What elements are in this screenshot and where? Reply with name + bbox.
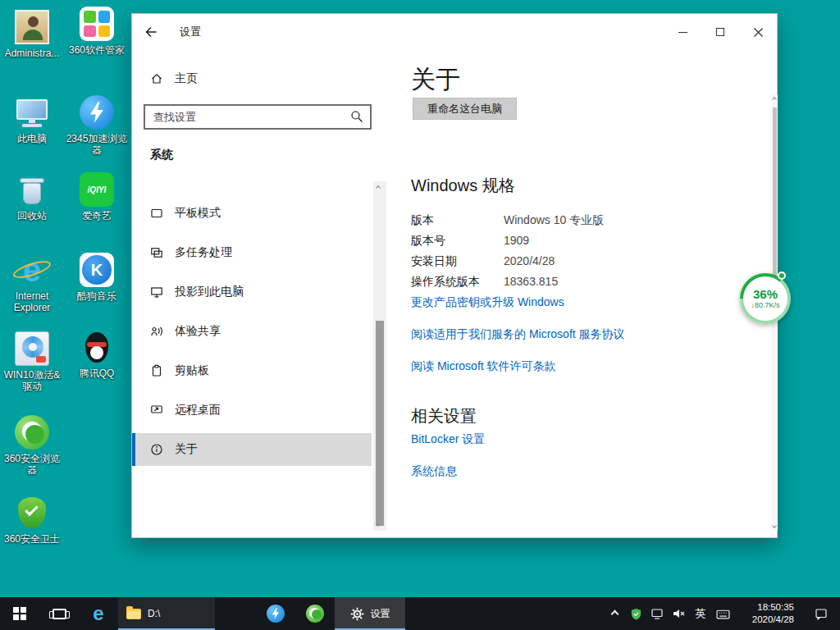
taskbar-settings-button[interactable]: 设置 (335, 597, 405, 630)
kugou-icon: K (80, 253, 114, 287)
multitask-icon (150, 246, 163, 259)
desktop-icon-qq[interactable]: 腾讯QQ (65, 330, 129, 379)
iqiyi-icon: iQIYI (80, 172, 114, 207)
win10-activate-icon (15, 331, 49, 366)
bitlocker-settings-link[interactable]: BitLocker 设置 (411, 432, 485, 447)
sidebar-item-remote-desktop[interactable]: 远程桌面 (132, 394, 372, 427)
spec-label: 操作系统版本 (411, 275, 504, 290)
sidebar-item-shared-experiences[interactable]: 体验共享 (132, 315, 372, 348)
scroll-down-icon[interactable] (772, 523, 777, 528)
desktop-icon-kugou[interactable]: K 酷狗音乐 (65, 253, 129, 302)
360-browser-icon (306, 605, 324, 623)
360-float-ball[interactable]: 36% ↓80.7K/s (740, 273, 791, 324)
tray-network-icon[interactable] (650, 597, 664, 630)
sidebar-item-label: 平板模式 (175, 206, 221, 221)
tray-360-icon[interactable] (628, 597, 643, 630)
360-software-icon (80, 7, 114, 41)
scroll-up-icon[interactable] (772, 97, 777, 102)
windows-logo-icon (13, 607, 26, 620)
sidebar-item-about[interactable]: 关于 (132, 433, 372, 466)
sidebar-item-label: 体验共享 (175, 324, 221, 339)
close-button[interactable] (739, 14, 777, 50)
sidebar-scrollbar[interactable] (373, 181, 386, 531)
taskbar-explorer-d-drive-button[interactable]: D:\ (118, 597, 215, 630)
taskbar-ie-button[interactable]: e (79, 597, 118, 630)
clock-time: 18:50:35 (742, 601, 794, 614)
this-pc-icon (15, 95, 49, 130)
change-product-key-link[interactable]: 更改产品密钥或升级 Windows (411, 295, 564, 310)
action-center-icon (815, 607, 828, 620)
search-input[interactable] (144, 104, 372, 130)
ime-indicator[interactable]: 英 (692, 606, 709, 621)
system-tray: 英 18:50:35 2020/4/28 (607, 597, 840, 630)
shield-icon (630, 608, 642, 620)
maximize-button[interactable] (701, 14, 739, 50)
volume-muted-icon (672, 607, 685, 620)
search-icon (350, 110, 363, 123)
settings-task-label: 设置 (371, 607, 390, 621)
desktop-icon-administrator[interactable]: Administra... (0, 10, 64, 59)
desktop-icon-360-safe[interactable]: 360安全卫士 (0, 495, 64, 545)
shared-experiences-icon (150, 325, 163, 338)
sidebar-item-label: 关于 (175, 442, 198, 457)
sidebar-item-multitasking[interactable]: 多任务处理 (132, 236, 372, 269)
tray-volume-muted-icon[interactable] (671, 597, 686, 630)
window-title: 设置 (180, 14, 201, 50)
gear-icon (350, 607, 364, 621)
clock-date: 2020/4/28 (742, 614, 794, 626)
minimize-icon (678, 32, 687, 33)
desktop-icon-label: 360安全浏览器 (0, 453, 64, 477)
spec-value: 18363.815 (504, 275, 558, 290)
desktop-icon-label: 爱奇艺 (65, 210, 129, 221)
task-view-button[interactable] (39, 597, 79, 630)
back-arrow-icon (144, 25, 158, 39)
page-title: 关于 (411, 63, 460, 97)
license-terms-link[interactable]: 阅读 Microsoft 软件许可条款 (411, 359, 556, 374)
sidebar-item-label: 多任务处理 (175, 245, 232, 260)
folder-icon (126, 609, 141, 619)
sidebar-item-clipboard[interactable]: 剪贴板 (132, 354, 372, 387)
chevron-up-icon (610, 609, 619, 618)
action-center-button[interactable] (806, 597, 837, 630)
back-button[interactable] (132, 14, 170, 50)
services-agreement-link[interactable]: 阅读适用于我们服务的 Microsoft 服务协议 (411, 327, 625, 342)
taskbar-clock[interactable]: 18:50:35 2020/4/28 (742, 601, 794, 626)
sidebar-item-label: 投影到此电脑 (175, 285, 244, 299)
sidebar-item-projecting[interactable]: 投影到此电脑 (132, 276, 372, 308)
spec-label: 安装日期 (411, 254, 504, 269)
sidebar-item-tablet-mode[interactable]: 平板模式 (132, 197, 372, 230)
sidebar-item-home[interactable]: 主页 (132, 62, 372, 95)
minimize-button[interactable] (664, 14, 701, 50)
desktop-icon-win10-activate[interactable]: WIN10激活&驱动 (0, 331, 64, 393)
start-button[interactable] (0, 597, 39, 630)
close-icon (754, 28, 763, 37)
desktop-icon-iqiyi[interactable]: iQIYI 爱奇艺 (65, 172, 129, 221)
desktop-icon-label: 酷狗音乐 (65, 290, 129, 302)
desktop-icon-label: 此电脑 (0, 133, 64, 144)
desktop-icon-360-software[interactable]: 360软件管家 (65, 7, 129, 56)
taskbar-2345-browser-button[interactable] (256, 597, 295, 630)
content-scrollbar-thumb[interactable] (773, 107, 777, 284)
clipboard-icon (150, 364, 163, 377)
desktop-icon-label: WIN10激活&驱动 (0, 369, 64, 393)
desktop-icon-360-browser[interactable]: 360安全浏览器 (0, 415, 64, 477)
projecting-icon (150, 285, 163, 299)
qq-icon (80, 330, 114, 364)
scroll-up-icon[interactable] (376, 185, 381, 190)
desktop-icon-recycle-bin[interactable]: 回收站 (0, 172, 64, 221)
ball-dot-icon (778, 272, 786, 280)
desktop-icon-label: 360安全卫士 (0, 533, 64, 545)
desktop-icon-internet-explorer[interactable]: e Internet Explorer (0, 253, 64, 314)
tray-expand-button[interactable] (607, 597, 622, 630)
system-info-link[interactable]: 系统信息 (411, 464, 457, 479)
tray-touch-keyboard-icon[interactable] (715, 597, 730, 630)
desktop-icon-2345-browser[interactable]: 2345加速浏览器 (65, 95, 129, 157)
taskbar-360-browser-button[interactable] (295, 597, 335, 630)
rename-pc-button[interactable]: 重命名这台电脑 (413, 98, 517, 120)
internet-explorer-icon: e (15, 253, 49, 287)
desktop-icon-this-pc[interactable]: 此电脑 (0, 95, 64, 144)
sidebar-scrollbar-thumb[interactable] (376, 321, 384, 526)
network-speed: ↓80.7K/s (751, 301, 779, 309)
related-settings-heading: 相关设置 (411, 405, 477, 427)
home-icon (150, 72, 163, 85)
